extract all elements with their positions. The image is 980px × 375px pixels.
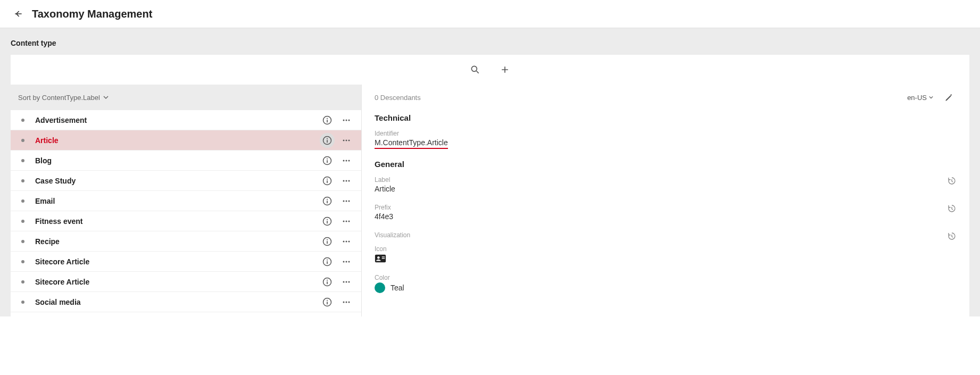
svg-point-35 <box>343 220 345 222</box>
list-row[interactable]: Blog <box>11 151 361 171</box>
svg-point-37 <box>348 220 350 222</box>
visualization-history-button[interactable] <box>947 231 957 241</box>
bullet-icon <box>21 240 24 243</box>
icon-label: Icon <box>375 245 957 253</box>
back-button[interactable] <box>11 6 26 21</box>
list-row[interactable]: Sitecore Article <box>11 272 361 292</box>
more-button[interactable] <box>339 173 354 188</box>
svg-point-19 <box>348 160 350 161</box>
svg-rect-34 <box>327 221 328 223</box>
svg-point-51 <box>327 279 328 280</box>
svg-rect-22 <box>327 180 328 183</box>
list-item-label[interactable]: Blog <box>35 156 320 165</box>
more-horizontal-icon <box>341 297 352 307</box>
technical-heading: Technical <box>375 113 957 122</box>
info-icon <box>322 176 333 186</box>
svg-point-49 <box>348 261 350 262</box>
chevron-down-icon <box>103 95 109 100</box>
svg-rect-40 <box>327 241 328 244</box>
info-button[interactable] <box>320 274 335 289</box>
page-title: Taxonomy Management <box>32 8 152 20</box>
list-item-label[interactable]: Sitecore Article <box>35 257 320 266</box>
icon-field: Icon <box>375 245 957 263</box>
page-header: Taxonomy Management <box>0 0 980 28</box>
list-row[interactable]: Email <box>11 191 361 211</box>
svg-point-41 <box>343 240 345 242</box>
more-button[interactable] <box>339 295 354 310</box>
list-item-label[interactable]: Case Study <box>35 177 320 185</box>
info-button[interactable] <box>320 194 335 209</box>
section-title: Content type <box>11 39 969 47</box>
bullet-icon <box>21 179 24 182</box>
identifier-field: Identifier M.ContentType.Article <box>375 130 957 149</box>
bullet-icon <box>21 220 24 223</box>
list-row[interactable]: Recipe <box>11 231 361 252</box>
more-horizontal-icon <box>341 135 352 146</box>
more-button[interactable] <box>339 133 354 148</box>
list-item-label[interactable]: Social media <box>35 298 320 306</box>
svg-rect-64 <box>382 256 385 257</box>
info-icon <box>322 236 333 247</box>
svg-point-18 <box>346 160 347 161</box>
add-button[interactable] <box>497 62 512 77</box>
svg-point-42 <box>346 240 347 242</box>
info-button[interactable] <box>320 214 335 229</box>
list-item-label[interactable]: Recipe <box>35 237 320 246</box>
svg-point-63 <box>377 256 380 259</box>
info-button[interactable] <box>320 133 335 148</box>
info-button[interactable] <box>320 295 335 310</box>
row-actions <box>320 153 354 168</box>
info-button[interactable] <box>320 113 335 128</box>
history-icon <box>947 231 957 241</box>
label-history-button[interactable] <box>947 176 957 186</box>
info-icon <box>322 135 333 146</box>
more-horizontal-icon <box>341 216 352 227</box>
list-item-label[interactable]: Sitecore Article <box>35 278 320 286</box>
list-row[interactable]: Case Study <box>11 171 361 191</box>
svg-point-25 <box>348 180 350 181</box>
more-horizontal-icon <box>341 155 352 166</box>
svg-point-13 <box>348 139 350 141</box>
more-button[interactable] <box>339 234 354 249</box>
edit-button[interactable] <box>942 90 957 105</box>
prefix-history-button[interactable] <box>947 204 957 213</box>
info-icon <box>322 115 333 126</box>
arrow-left-icon <box>13 9 23 19</box>
list-row[interactable]: Sitecore Article <box>11 252 361 272</box>
contact-card-icon <box>375 254 386 263</box>
history-icon <box>947 204 957 213</box>
row-actions <box>320 194 354 209</box>
info-button[interactable] <box>320 234 335 249</box>
info-button[interactable] <box>320 173 335 188</box>
list-item-label[interactable]: Advertisement <box>35 116 320 124</box>
prefix-label: Prefix <box>375 204 957 211</box>
more-button[interactable] <box>339 274 354 289</box>
svg-rect-10 <box>327 140 328 143</box>
list-item-label[interactable]: Email <box>35 197 320 205</box>
details-top-bar: 0 Descendants en-US <box>375 85 957 110</box>
info-button[interactable] <box>320 153 335 168</box>
list-row[interactable]: Article <box>11 130 361 151</box>
language-selector[interactable]: en-US <box>907 94 933 102</box>
list-row[interactable]: Fitness event <box>11 211 361 231</box>
search-button[interactable] <box>468 62 483 77</box>
identifier-label: Identifier <box>375 130 957 137</box>
list-item-label[interactable]: Article <box>35 136 320 145</box>
list-row[interactable]: Advertisement <box>11 110 361 130</box>
svg-point-24 <box>346 180 347 181</box>
svg-rect-16 <box>327 160 328 163</box>
more-horizontal-icon <box>341 277 352 287</box>
more-button[interactable] <box>339 214 354 229</box>
info-button[interactable] <box>320 254 335 269</box>
more-button[interactable] <box>339 194 354 209</box>
more-button[interactable] <box>339 153 354 168</box>
more-button[interactable] <box>339 254 354 269</box>
more-button[interactable] <box>339 113 354 128</box>
list-row[interactable]: Social media <box>11 292 361 312</box>
list-item-label[interactable]: Fitness event <box>35 217 320 226</box>
svg-point-30 <box>346 200 347 202</box>
sort-dropdown[interactable]: Sort by ContentType.Label <box>11 85 361 110</box>
details-panel: 0 Descendants en-US Technical Identifier… <box>362 85 969 316</box>
label-value: Article <box>375 185 957 193</box>
bullet-icon <box>21 301 24 304</box>
